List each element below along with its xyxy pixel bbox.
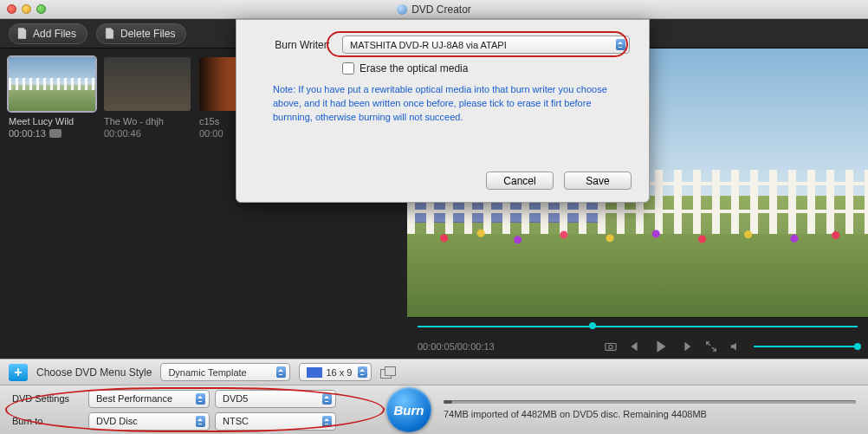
status-progress	[444, 400, 856, 404]
next-icon[interactable]	[681, 340, 693, 353]
zoom-window-button[interactable]	[36, 4, 46, 14]
cancel-button[interactable]: Cancel	[486, 172, 554, 190]
erase-label: Erase the optical media	[360, 62, 468, 74]
add-menu-button[interactable]: +	[9, 364, 28, 381]
volume-slider[interactable]	[754, 346, 858, 347]
tv-format-select[interactable]: NTSC	[215, 412, 336, 431]
burn-writer-select[interactable]: MATSHITA DVD-R UJ-8A8 via ATAPI	[342, 36, 630, 54]
settings-grid: DVD Settings Best Performance DVD5 Burn …	[12, 390, 336, 431]
media-thumb[interactable]: Meet Lucy Wild 00:00:13	[9, 57, 95, 350]
svg-point-1	[609, 345, 612, 348]
svg-rect-0	[606, 343, 616, 350]
delete-files-button[interactable]: Delete Files	[96, 23, 186, 44]
status-text: 74MB imported of 4482MB on DVD5 disc. Re…	[444, 409, 856, 419]
camera-icon[interactable]	[605, 340, 617, 353]
erase-checkbox[interactable]	[342, 62, 354, 74]
bottom-panel: DVD Settings Best Performance DVD5 Burn …	[0, 385, 868, 434]
dvd-settings-label: DVD Settings	[12, 393, 83, 404]
fullscreen-icon[interactable]	[705, 340, 717, 353]
window-title-text: DVD Creator	[411, 3, 471, 16]
choose-menu-label: Choose DVD Menu Style	[36, 366, 152, 379]
add-file-icon	[16, 28, 28, 39]
burn-to-label: Burn to	[12, 416, 83, 426]
minimize-window-button[interactable]	[22, 4, 31, 14]
time-display: 00:00:05/00:00:13	[418, 341, 495, 352]
window-title: DVD Creator	[397, 3, 471, 16]
media-thumb-time: 00:00:13	[9, 128, 95, 139]
add-files-label: Add Files	[33, 28, 76, 40]
edit-icon[interactable]	[49, 129, 62, 138]
player-controls: 00:00:05/00:00:13	[407, 317, 868, 359]
screens-icon[interactable]	[380, 366, 396, 379]
status-area: 74MB imported of 4482MB on DVD5 disc. Re…	[444, 400, 856, 419]
aspect-ratio-select[interactable]: 16 x 9	[299, 363, 372, 381]
delete-files-label: Delete Files	[120, 28, 175, 40]
disc-type-select[interactable]: DVD5	[215, 390, 336, 408]
performance-select[interactable]: Best Performance	[88, 390, 210, 408]
seek-thumb[interactable]	[589, 322, 596, 329]
seek-bar[interactable]	[407, 318, 868, 334]
app-icon	[397, 4, 407, 15]
burn-writer-label: Burn Writer:	[256, 39, 330, 51]
media-thumb-image	[9, 57, 95, 111]
volume-icon[interactable]	[729, 340, 742, 353]
template-select[interactable]: Dynamic Template	[160, 363, 290, 381]
save-button[interactable]: Save	[564, 172, 632, 190]
menu-style-bar: + Choose DVD Menu Style Dynamic Template…	[0, 359, 868, 385]
burn-writer-dialog: Burn Writer: MATSHITA DVD-R UJ-8A8 via A…	[236, 19, 650, 203]
window-traffic-lights	[7, 4, 46, 14]
burn-button[interactable]: Burn	[386, 387, 431, 432]
play-icon[interactable]	[653, 339, 669, 354]
media-thumb-time: 00:00:46	[104, 128, 191, 139]
burn-target-select[interactable]: DVD Disc	[88, 412, 210, 431]
dialog-note: Note: If you have put a rewritable optic…	[273, 83, 621, 125]
media-thumb[interactable]: The Wo - dhjh 00:00:46	[104, 57, 191, 350]
titlebar: DVD Creator	[0, 0, 868, 19]
delete-file-icon	[104, 28, 115, 39]
ratio-icon	[307, 367, 322, 378]
close-window-button[interactable]	[7, 4, 16, 14]
media-thumb-title: The Wo - dhjh	[104, 116, 191, 126]
add-files-button[interactable]: Add Files	[9, 23, 87, 44]
volume-thumb[interactable]	[854, 343, 861, 350]
prev-icon[interactable]	[629, 340, 641, 353]
media-thumb-image	[104, 57, 191, 111]
media-thumb-title: Meet Lucy Wild	[9, 116, 95, 126]
